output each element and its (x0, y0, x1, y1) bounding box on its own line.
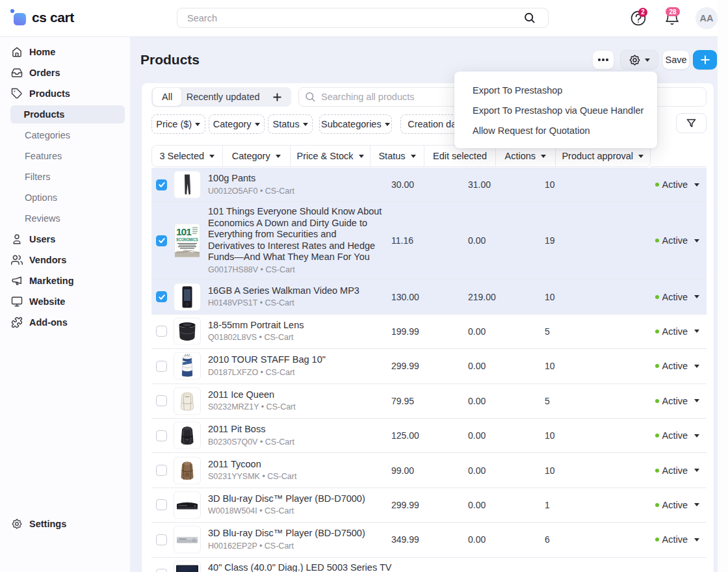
table-row[interactable]: 2011 Tycoon S0231YYSMK • CS-Cart 99.00 0… (151, 453, 707, 488)
product-quantity[interactable]: 10 (545, 430, 555, 441)
product-status-dropdown[interactable]: Active (655, 534, 700, 545)
product-quantity[interactable]: 10 (545, 361, 555, 371)
row-checkbox[interactable] (156, 499, 167, 510)
price-stock-dropdown[interactable]: Price & Stock (290, 146, 370, 166)
product-status-dropdown[interactable]: Active (655, 326, 700, 337)
menu-item-allow-request-quotation[interactable]: Allow Request for Quotation (454, 120, 657, 140)
selected-count-dropdown[interactable]: 3 Selected (152, 146, 222, 166)
product-thumbnail-economics-book[interactable]: 101ECONOMICS (174, 224, 201, 258)
row-checkbox[interactable] (156, 569, 167, 572)
table-row[interactable]: 2010 TOUR STAFF Bag 10" D0187LXFZO • CS-… (151, 349, 707, 384)
product-status-dropdown[interactable]: Active (655, 396, 700, 406)
product-status-dropdown[interactable]: Active (655, 361, 700, 371)
sidebar-subitem-reviews[interactable]: Reviews (0, 208, 130, 229)
product-status-dropdown[interactable]: Active (655, 500, 700, 510)
row-checkbox[interactable] (156, 534, 167, 545)
product-thumbnail-bluray-player-silver[interactable] (174, 526, 201, 554)
product-price[interactable]: 299.99 (391, 361, 419, 371)
table-row[interactable]: 2011 Ice Queen S0232MRZ1Y • CS-Cart 79.9… (151, 384, 707, 419)
product-price[interactable]: 99.00 (391, 465, 414, 476)
table-row[interactable]: 100g Pants U0012O5AF0 • CS-Cart 30.00 31… (151, 168, 707, 202)
product-name[interactable]: 18-55mm Portrait Lens (208, 320, 384, 332)
product-quantity[interactable]: 10 (545, 179, 555, 190)
sidebar-item-addons[interactable]: Add-ons (0, 312, 130, 333)
sidebar-item-home[interactable]: Home (0, 42, 130, 62)
tab-all[interactable]: All (153, 88, 181, 106)
sidebar-subitem-options[interactable]: Options (0, 187, 130, 208)
sidebar-subitem-products[interactable]: Products (10, 105, 125, 124)
table-row[interactable]: 40" Class (40.0" Diag.) LED 5003 Series … (151, 558, 707, 572)
product-quantity[interactable]: 5 (545, 326, 550, 337)
product-thumbnail-bluray-player-black[interactable] (174, 491, 201, 519)
product-quantity[interactable]: 19 (545, 235, 555, 246)
product-price[interactable]: 199.99 (391, 326, 419, 337)
status-dropdown-header[interactable]: Status (370, 146, 424, 166)
product-name[interactable]: 2011 Tycoon (208, 459, 384, 471)
search-icon[interactable] (524, 12, 536, 24)
product-list-price[interactable]: 219.00 (468, 292, 496, 302)
product-thumbnail-backpack-brown[interactable] (174, 456, 201, 484)
table-row[interactable]: 18-55mm Portrait Lens Q01802L8VS • CS-Ca… (151, 315, 707, 349)
row-checkbox[interactable] (156, 361, 167, 372)
sidebar-item-orders[interactable]: Orders (0, 62, 130, 83)
product-status-dropdown[interactable]: Active (655, 465, 700, 476)
product-quantity[interactable]: 10 (545, 292, 555, 302)
category-dropdown[interactable]: Category (222, 146, 291, 166)
filter-chip-price[interactable]: Price ($) (151, 114, 205, 134)
product-name[interactable]: 16GB A Series Walkman Video MP3 (208, 285, 384, 297)
product-price[interactable]: 30.00 (391, 179, 414, 190)
product-name[interactable]: 100g Pants (208, 173, 384, 185)
filter-chip-subcategories[interactable]: Subcategories (319, 114, 393, 134)
product-list-price[interactable]: 0.00 (468, 235, 486, 246)
filter-chip-status[interactable]: Status (268, 114, 313, 134)
sidebar-item-vendors[interactable]: Vendors (0, 250, 130, 270)
sidebar-item-users[interactable]: Users (0, 229, 130, 250)
add-product-button[interactable] (693, 50, 717, 70)
row-checkbox[interactable] (156, 465, 167, 476)
sidebar-item-website[interactable]: Website (0, 291, 130, 312)
edit-selected-button[interactable]: Edit selected (424, 146, 495, 166)
product-price[interactable]: 11.16 (391, 235, 413, 246)
table-row[interactable]: 3D Blu-ray Disc™ Player (BD-D7500) H0016… (151, 523, 707, 557)
sidebar-subitem-features[interactable]: Features (0, 146, 130, 166)
product-list-price[interactable]: 0.00 (468, 465, 486, 476)
global-search-input[interactable]: Search (177, 8, 549, 28)
sidebar-subitem-categories[interactable]: Categories (0, 125, 130, 146)
row-checkbox[interactable] (156, 395, 167, 406)
scrollbar[interactable] (718, 0, 728, 572)
table-row[interactable]: 2011 Pit Boss B0230S7Q0V • CS-Cart 125.0… (151, 419, 707, 453)
actions-dropdown[interactable]: Actions (495, 146, 555, 166)
table-row[interactable]: 16GB A Series Walkman Video MP3 H0148VPS… (151, 280, 707, 314)
product-thumbnail-backpack-white[interactable] (174, 387, 201, 415)
sidebar-item-settings[interactable]: Settings (0, 514, 130, 534)
row-checkbox[interactable] (156, 430, 167, 441)
product-approval-dropdown[interactable]: Product approval (555, 146, 651, 166)
product-name[interactable]: 2011 Pit Boss (208, 424, 384, 436)
product-thumbnail-pants[interactable] (174, 171, 201, 199)
product-quantity[interactable]: 6 (545, 534, 550, 545)
advanced-filter-button[interactable] (676, 113, 707, 133)
menu-item-export-prestashop[interactable]: Export To Prestashop (454, 80, 657, 100)
product-status-dropdown[interactable]: Active (655, 292, 700, 302)
product-name[interactable]: 3D Blu-ray Disc™ Player (BD-D7000) (208, 493, 384, 505)
product-name[interactable]: 101 Things Everyone Should Know About Ec… (208, 207, 384, 264)
product-name[interactable]: 40" Class (40.0" Diag.) LED 5003 Series … (208, 562, 387, 572)
filter-chip-category[interactable]: Category (209, 114, 265, 134)
table-row[interactable]: 101ECONOMICS 101 Things Everyone Should … (151, 202, 707, 280)
product-thumbnail-backpack-black[interactable] (174, 422, 201, 450)
product-list-price[interactable]: 0.00 (468, 396, 486, 406)
product-thumbnail-led-tv[interactable] (174, 560, 201, 572)
product-price[interactable]: 79.95 (391, 396, 414, 406)
sidebar-item-products[interactable]: Products (0, 83, 130, 104)
product-name[interactable]: 2011 Ice Queen (208, 389, 384, 401)
product-name[interactable]: 2010 TOUR STAFF Bag 10" (208, 355, 384, 367)
row-checkbox[interactable] (156, 326, 167, 337)
menu-item-export-prestashop-queue[interactable]: Export To Prestashop via Queue Handler (454, 100, 657, 120)
product-status-dropdown[interactable]: Active (655, 235, 700, 246)
sidebar-subitem-filters[interactable]: Filters (0, 166, 130, 187)
product-price[interactable]: 130.00 (391, 292, 419, 302)
product-list-price[interactable]: 0.00 (468, 500, 486, 510)
product-list-price[interactable]: 0.00 (468, 534, 486, 545)
cs-cart-logo[interactable]: cs cart (10, 8, 74, 27)
product-price[interactable]: 299.99 (391, 500, 419, 510)
